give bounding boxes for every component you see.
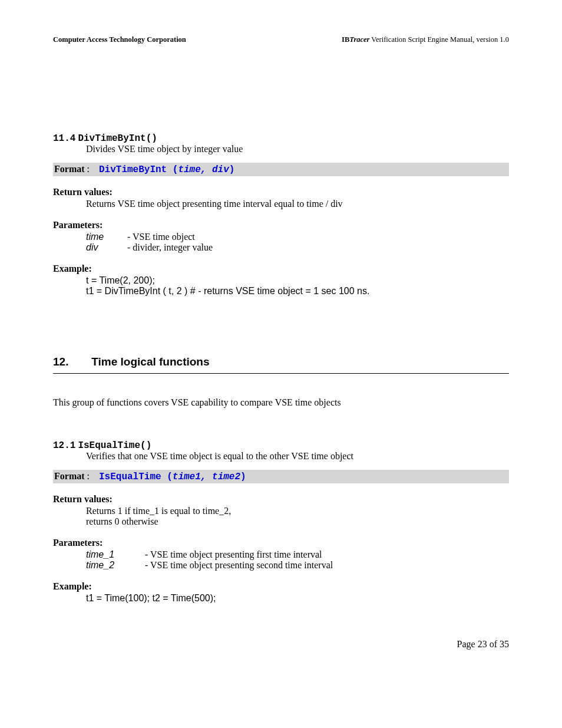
param-row-time2: time_2 - VSE time object presenting seco… — [86, 560, 509, 571]
header-right-prefix: IB — [342, 35, 349, 44]
chapter-intro: This group of functions covers VSE capab… — [53, 397, 509, 408]
param-name: div — [86, 242, 127, 253]
format-bar-11-4: Format : DivTimeByInt (time, div) — [53, 163, 509, 176]
parameters-label: Parameters: — [53, 538, 509, 548]
section-title: IsEqualTime() — [78, 440, 151, 451]
param-name: time_2 — [86, 560, 145, 571]
section-11-4-desc: Divides VSE time object by integer value — [86, 144, 509, 154]
param-desc: - VSE time object — [127, 232, 195, 242]
param-row-time: time - VSE time object — [86, 232, 509, 242]
param-row-div: div - divider, integer value — [86, 242, 509, 253]
format-fn: IsEqualTime ( — [99, 472, 173, 482]
format-close: ) — [240, 472, 246, 482]
chapter-rule — [53, 373, 509, 374]
format-arg1: time1 — [173, 472, 201, 482]
format-sep: , — [201, 472, 212, 482]
param-name: time — [86, 232, 127, 242]
format-arg1: time — [178, 164, 200, 175]
format-label: Format — [54, 471, 85, 481]
example-label: Example: — [53, 263, 509, 274]
param-row-time1: time_1 - VSE time object presenting firs… — [86, 549, 509, 560]
example-line: t = Time(2, 200); — [86, 275, 509, 286]
format-close: ) — [229, 164, 235, 175]
return-values-label: Return values: — [53, 187, 509, 197]
param-desc: - VSE time object presenting second time… — [145, 560, 333, 571]
section-number: 11.4 — [53, 133, 75, 144]
return-values-label: Return values: — [53, 494, 509, 505]
section-number: 12.1 — [53, 440, 75, 451]
chapter-12-heading: 12. Time logical functions — [53, 355, 509, 368]
parameters-label: Parameters: — [53, 220, 509, 230]
header-right: IBTracer Verification Script Engine Manu… — [342, 35, 509, 44]
format-fn: DivTimeByInt ( — [99, 164, 178, 175]
header-right-suffix: Verification Script Engine Manual, versi… — [369, 35, 509, 44]
colon: : — [87, 471, 97, 481]
param-desc: - VSE time object presenting first time … — [145, 549, 322, 560]
example-line: t1 = DivTimeByInt ( t, 2 ) # - returns V… — [86, 286, 509, 297]
param-desc: - divider, integer value — [127, 242, 213, 253]
example-line: t1 = Time(100); t2 = Time(500); — [86, 593, 509, 604]
page-footer: Page 23 of 35 — [53, 639, 509, 650]
format-arg2: div — [212, 164, 229, 175]
format-arg2: time2 — [212, 472, 240, 482]
section-11-4-heading: 11.4 DivTimeByInt() — [53, 133, 509, 144]
chapter-title: Time logical functions — [91, 355, 209, 368]
example-label: Example: — [53, 581, 509, 592]
format-bar-12-1: Format : IsEqualTime (time1, time2) — [53, 470, 509, 483]
header-right-italic: Tracer — [349, 35, 369, 44]
format-label: Format — [54, 164, 85, 174]
format-sep: , — [201, 164, 212, 175]
section-title: DivTimeByInt() — [78, 133, 157, 144]
param-name: time_1 — [86, 549, 145, 560]
section-12-1-heading: 12.1 IsEqualTime() — [53, 440, 509, 451]
page-header: Computer Access Technology Corporation I… — [53, 35, 509, 44]
section-12-1-desc: Verifies that one VSE time object is equ… — [86, 451, 509, 462]
chapter-number: 12. — [53, 355, 88, 368]
return-values-line: returns 0 otherwise — [86, 516, 509, 527]
colon: : — [87, 164, 97, 174]
return-values-text: Returns VSE time object presenting time … — [86, 199, 509, 209]
return-values-line: Returns 1 if time_1 is equal to time_2, — [86, 506, 509, 516]
header-left: Computer Access Technology Corporation — [53, 35, 186, 44]
